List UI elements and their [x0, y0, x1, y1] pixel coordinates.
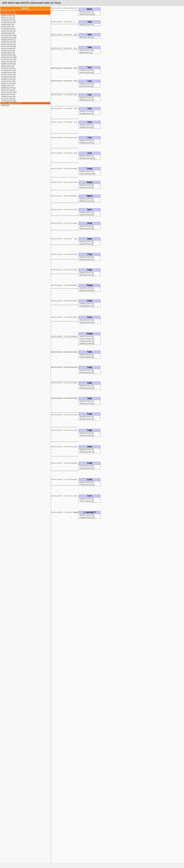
field-item[interactable]: VHART [CHAR (4)]	[0, 80, 50, 83]
field-item[interactable]: PROFL [CHAR (3)]	[0, 93, 50, 96]
field-item[interactable]: SATNR [CHAR (18)]	[0, 100, 50, 102]
field-item[interactable]: MVGR3 [CHAR (3)]	[0, 78, 50, 80]
cardinality-label: 0..N	[74, 107, 77, 109]
er-table-field: PROFL [CHAR (3)]	[79, 186, 100, 189]
field-item[interactable]: MATNR [CLNT (3)]	[0, 10, 50, 12]
cardinality-label: 0..N	[74, 121, 77, 123]
field-item[interactable]: BONUS [CHAR (2)]	[0, 43, 50, 45]
relation-label: MAPOV-MANDT = T000-MANDT	[51, 21, 73, 23]
er-table-field: MVGR5 [CHAR (3)]	[79, 418, 100, 420]
relation-label: MAPOV-PRDHA = T179-PRODH	[51, 152, 73, 154]
er-table-header-tvpr: TVPR	[79, 445, 100, 448]
relation-label: MAPOV-PROVG = TVPR-PROVG	[51, 446, 74, 447]
relation-label: MAPOV-ERGEI = T006-MSEHI	[51, 48, 72, 49]
field-item[interactable]: VRKME [UNIT (3)]	[0, 52, 50, 54]
field-item[interactable]: PHATN [CHAR (18)]	[0, 58, 50, 61]
er-table-header-tvm2: TVM2	[79, 366, 100, 369]
cardinality-label: 0..N	[74, 152, 77, 154]
relation-label: MAPOV-VERSG = TVSM-STIGMA	[51, 462, 74, 464]
field-item[interactable]: MVGR2 [CHAR (3)]	[0, 76, 50, 78]
field-item[interactable]: MTPOS_MARA [CHAR (4)]	[0, 102, 50, 104]
field-item[interactable]: PROVG [CHAR (2)]	[0, 45, 50, 48]
field-item[interactable]: MBRSH [CHAR (1)]	[0, 87, 50, 89]
field-item[interactable]: VMSTA [CHAR (2)]	[0, 48, 50, 50]
field-item[interactable]: KONDM [CHAR (2)]	[0, 41, 50, 43]
er-table-tvegr: TVEGRMANDT [CLNT (3)]MAGRV [CHAR (4)]	[79, 284, 101, 292]
er-table-field: MANDT [CLNT (3)]	[79, 69, 100, 71]
field-item[interactable]: ERGEI [UNIT (3)]	[0, 85, 50, 87]
er-table-field: MANDT [CLNT (3)]	[79, 83, 100, 85]
field-item[interactable]: KONDM [CHAR (2)]	[0, 71, 50, 74]
field-item[interactable]: MEINS [UNIT (3)]	[0, 65, 50, 67]
er-table-field: PROVG [CHAR (2)]	[79, 451, 100, 453]
field-item[interactable]: DWERK [CHAR (4)]	[0, 63, 50, 65]
er-table-header-tvbo: TVBO	[79, 269, 100, 272]
er-table-tvms: TVMSMANDT [CLNT (3)]VMSTA [CHAR (2)]	[79, 429, 101, 437]
field-item[interactable]: TRAGR [CHAR (4)]	[0, 96, 50, 98]
field-item[interactable]: KTGRM [CHAR (2)]	[0, 69, 50, 71]
er-table-field: MANDT [CLNT (3)]	[79, 432, 100, 434]
field-item[interactable]: MEABM [UNIT (3)]	[0, 32, 50, 34]
field-item[interactable]: MTPOS [CHAR (4)]	[0, 61, 50, 63]
er-table-field: VTWEG [CHAR (2)]	[79, 484, 100, 486]
er-table-field: MANDT [CLNT (3)]	[79, 384, 100, 387]
field-item[interactable]: SPARTI [CHAR (2)]	[0, 54, 50, 56]
relation-label: MAPOV-MSTAV = TVMS-VMSTA	[51, 429, 73, 431]
field-item[interactable]: VOLEH [UNIT (3)]	[0, 26, 50, 28]
field-item[interactable]: (D)(1)(1)(1)	[0, 104, 50, 106]
er-table-field: MVGR4 [CHAR (3)]	[79, 402, 100, 405]
field-item[interactable]: MATNR [CHAR (18)]	[0, 12, 50, 14]
er-table-header-mara: MARA	[79, 8, 100, 11]
er-table-field: MANDT [CLNT (3)]	[79, 335, 100, 338]
er-table-field: MVGR1 [CHAR (3)]	[79, 356, 100, 358]
field-item[interactable]: MSTAV [CHAR (2)]	[0, 98, 50, 100]
er-table-field: MANDT [CLNT (3)]	[79, 124, 100, 126]
field-item[interactable]: PRZHA [CHAR (18)]	[0, 34, 50, 36]
field-item[interactable]: KUNNR [CHAR (10)]	[0, 36, 50, 39]
field-item[interactable]: VTWEG [CHAR (2)]	[0, 21, 50, 23]
cardinality-label: 0..N	[74, 7, 77, 9]
field-item[interactable]: MATKL [CHAR (9)]	[0, 89, 50, 91]
er-table-field: RAUBE [CHAR (2)]	[79, 113, 100, 115]
relation-label: MAPOV-MAGRV = TVEGR-MAGRV	[51, 284, 75, 286]
field-item[interactable]: KOSCH [CHAR (18)]	[0, 91, 50, 93]
er-table-field: VKORG [CHAR (4)]	[79, 321, 100, 323]
cardinality-label: 0..N	[74, 479, 77, 480]
relation-label: MAPOV-MPROF = TMPPF-MPROF	[51, 195, 75, 197]
er-table-field: STIGMA [CHAR (1)]	[79, 467, 100, 469]
er-table-field: MANDT [CLNT (3)]	[79, 514, 100, 517]
er-table-field: KTGRM [CHAR (2)]	[79, 305, 100, 307]
er-table-field: MANDT [CLNT (3)]	[79, 225, 100, 227]
er-table-field: MANDT [CLNT (3)]	[79, 184, 100, 186]
field-item[interactable]: YKRO2 [CHAR (4)]	[0, 19, 50, 21]
er-table-t179: T179MANDT [CLNT (3)]PRODH [CHAR (18)]	[79, 152, 101, 160]
er-table-header-tspa: TSPA	[79, 238, 100, 241]
er-table-t178: T178MANDT [CLNT (3)]KONDM [CHAR (2)]	[79, 136, 101, 144]
er-table-field: MPROF [CHAR (4)]	[79, 200, 100, 202]
er-table-header-t137: T137	[79, 94, 100, 96]
er-table-tvsm: TVSMMANDT [CLNT (3)]STIGMA [CHAR (1)]	[79, 462, 101, 470]
field-item[interactable]: PRODH [CHAR (18)]	[0, 56, 50, 58]
field-item[interactable]: MVGR1 [CHAR (3)]	[0, 74, 50, 76]
field-item[interactable]: SCHME [UNIT (3)]	[0, 50, 50, 52]
relation-label: MAPOV-DWERK = TVKWZ-WERKS	[51, 336, 75, 337]
er-table-field: MVGR2 [CHAR (3)]	[79, 371, 100, 374]
field-item[interactable]: MAGRV [CHAR (4)]	[0, 83, 50, 85]
er-table-field: MANDT [CLNT (3)]	[79, 353, 100, 356]
field-item[interactable]: ZIEME [UNIT (3)]	[0, 23, 50, 26]
field-item[interactable]: RAUBE [CHAR (2)]	[0, 28, 50, 30]
field-item[interactable]: MTART [CHAR (4)]	[0, 67, 50, 69]
er-table-tvko: TVKOMANDT [CLNT (3)]VKORG [CHAR (4)]	[79, 316, 101, 324]
field-item[interactable]: VERSG [CHAR (1)]	[0, 39, 50, 41]
field-list: MATNR [CLNT (3)]MATNR [CHAR (18)]MANDT […	[0, 10, 50, 106]
er-table-field: MATNR [CHAR (18)]	[79, 13, 100, 15]
field-item[interactable]: NUMTP [CHAR (2)]	[0, 30, 50, 32]
er-table-header-t190s: T190S	[79, 167, 100, 170]
er-table-tvbo: TVBOMANDT [CLNT (3)]BONUS [CHAR (2)]	[79, 269, 101, 276]
er-table-field: MANDT [CLNT (3)]	[79, 96, 100, 99]
cardinality-label: 0..N	[74, 67, 77, 69]
cardinality-label: 0..N	[74, 382, 77, 384]
field-item[interactable]: MANDT [CLNT (3)]	[0, 14, 50, 17]
field-item[interactable]: SPRAS [LANG (1)]	[0, 17, 50, 19]
er-table-header-tntp: TNTP	[79, 209, 100, 211]
